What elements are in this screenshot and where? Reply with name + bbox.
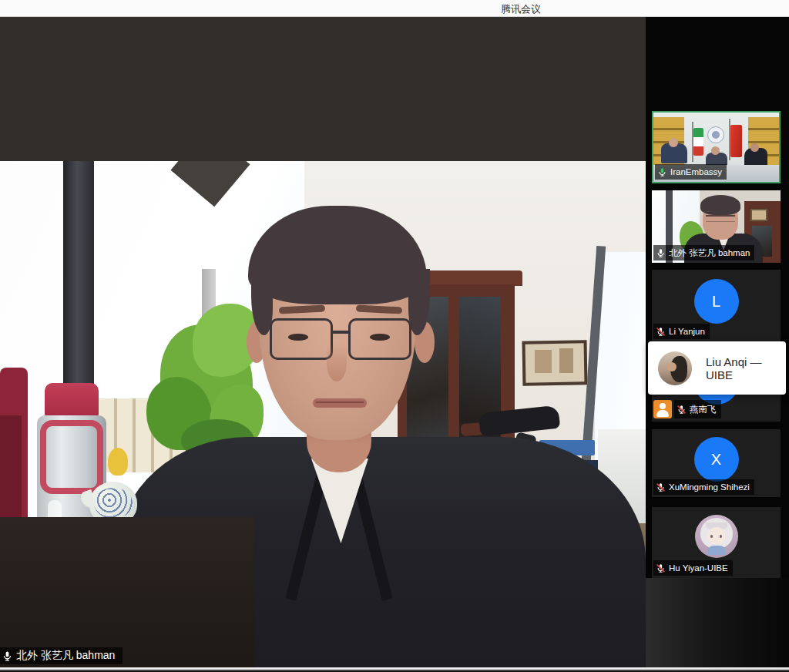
main-speaker-name: 北外 张艺凡 bahman xyxy=(16,649,115,663)
participant-nametag: 北外 张艺凡 bahman xyxy=(653,245,754,260)
mic-muted-icon xyxy=(656,482,666,492)
mic-muted-icon xyxy=(677,405,687,415)
title-bar: 腾讯会议 xyxy=(0,0,789,17)
mic-muted-icon xyxy=(656,327,666,337)
glasses-bridge xyxy=(331,331,350,334)
popup-participant-name: Liu Anqi —UIBE xyxy=(706,355,786,381)
eye-left xyxy=(288,334,308,341)
participant-tile-zhangyifan[interactable]: 北外 张艺凡 bahman xyxy=(652,190,781,263)
letter-avatar: X xyxy=(694,437,739,482)
participant-tile-liyanjun[interactable]: L Li Yanjun xyxy=(652,270,781,341)
participant-name-popup[interactable]: Liu Anqi —UIBE xyxy=(648,341,786,395)
participant-name: Li Yanjun xyxy=(669,327,705,336)
participant-name: Hu Yiyan-UIBE xyxy=(669,563,728,573)
mic-active-icon xyxy=(657,167,667,177)
hand-raised-badge xyxy=(653,400,672,418)
sidebar-bottom-fade xyxy=(646,578,789,668)
participant-name: 北外 张艺凡 bahman xyxy=(669,247,750,259)
participant-nametag: IranEmbassy xyxy=(655,164,727,180)
profile-avatar xyxy=(695,515,738,558)
participant-tile-iranembassy[interactable]: IranEmbassy xyxy=(652,111,781,183)
participant-name: 燕南飞 xyxy=(690,404,717,415)
window-title: 腾讯会议 xyxy=(501,2,541,16)
letter-avatar: L xyxy=(694,279,739,324)
participant-nametag: Li Yanjun xyxy=(653,324,710,339)
participant-name: XuMingming Shihezi xyxy=(669,482,750,492)
mouth xyxy=(313,398,367,408)
avatar-letter: L xyxy=(712,293,720,311)
picture-art2 xyxy=(559,348,573,373)
nose xyxy=(327,344,347,381)
participant-tile-huyiyan[interactable]: Hu Yiyan-UIBE xyxy=(652,507,781,578)
window-bottom-edge xyxy=(0,667,789,672)
participant-name: IranEmbassy xyxy=(670,167,722,176)
avatar-letter: X xyxy=(711,451,721,469)
participant-nametag: XuMingming Shihezi xyxy=(653,479,754,495)
meeting-window: 腾讯会议 xyxy=(0,0,789,672)
main-speaker-nametag: 北外 张艺凡 bahman xyxy=(0,647,123,664)
mic-on-icon xyxy=(656,248,666,258)
participant-nametag: 燕南飞 xyxy=(653,400,726,418)
picture-art xyxy=(535,350,552,373)
desk-front xyxy=(0,517,254,667)
main-video-feed[interactable]: 北外 张艺凡 bahman xyxy=(0,161,646,667)
popup-avatar xyxy=(658,351,692,385)
participant-tile-xumingming[interactable]: X XuMingming Shihezi xyxy=(652,429,781,497)
mic-muted-icon xyxy=(656,563,666,573)
mouth-line xyxy=(316,402,364,403)
participant-nametag: Hu Yiyan-UIBE xyxy=(653,560,733,576)
main-video-stage[interactable]: 北外 张艺凡 bahman xyxy=(0,17,646,672)
picture-frame xyxy=(522,340,588,385)
eye-right xyxy=(370,334,390,341)
mic-on-icon xyxy=(2,650,13,662)
participants-sidebar: IranEmbassy 北外 张艺凡 bah xyxy=(646,17,789,672)
yellow-toy xyxy=(108,448,128,475)
